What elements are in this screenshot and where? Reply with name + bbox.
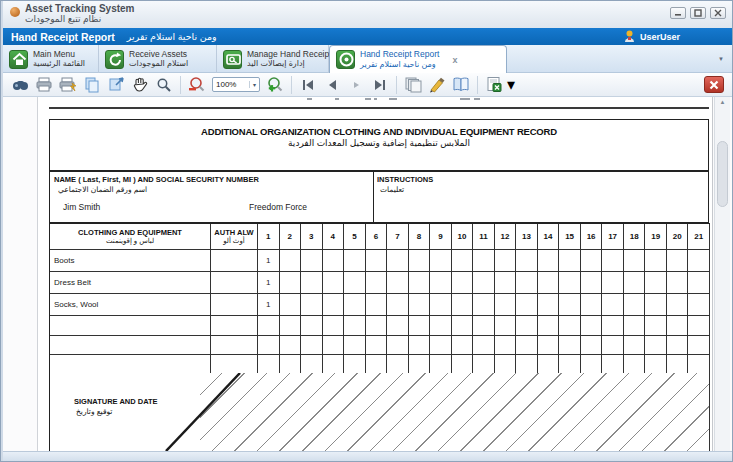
qty-cell: [667, 294, 689, 316]
page-title-arabic: ومن ناحية استلام تقرير: [127, 31, 217, 42]
multiple-pages-button[interactable]: [402, 75, 424, 95]
tab-close-button[interactable]: x: [452, 55, 457, 65]
tab-label-ar: استلام الموجودات: [129, 59, 188, 68]
clipped-text-fragment: [374, 98, 377, 100]
zoom-level-combo[interactable]: 100% ▾: [212, 77, 260, 92]
scrollbar-thumb[interactable]: [717, 141, 728, 207]
title-bar: Asset Tracking System نظام تتبع الموجودا…: [3, 1, 732, 28]
qty-cell: [602, 294, 624, 316]
qty-cell: [602, 316, 624, 336]
auth-cell: [211, 355, 258, 374]
qty-cell: [645, 250, 667, 272]
column-header-14: 14: [538, 224, 560, 250]
zoom-in-button[interactable]: [264, 75, 286, 95]
qty-cell: [688, 272, 710, 294]
qty-cell: [516, 272, 538, 294]
qty-cell: [495, 316, 517, 336]
last-page-button[interactable]: [369, 75, 391, 95]
tab-main-menu[interactable]: Main Menu القائمة الرئيسية: [3, 45, 99, 73]
instructions-label: INSTRUCTIONS: [377, 175, 433, 184]
page-layout-button[interactable]: [450, 75, 472, 95]
first-page-icon: [300, 78, 316, 92]
tab-label-ar: القائمة الرئيسية: [33, 59, 85, 68]
page-setup-button[interactable]: [105, 75, 127, 95]
close-button[interactable]: [710, 7, 726, 19]
window-title: Asset Tracking System: [25, 3, 135, 14]
qty-cell: [624, 250, 646, 272]
hand-tool-button[interactable]: [129, 75, 151, 95]
tab-receive-assets[interactable]: Receive Assets استلام الموجودات: [99, 45, 217, 73]
qty-cell: [688, 294, 710, 316]
qty-cell: [516, 250, 538, 272]
qty-cell: [624, 294, 646, 316]
export-dropdown-caret-icon[interactable]: ▾: [507, 75, 515, 94]
qty-cell: [473, 355, 495, 374]
qty-cell: [559, 336, 581, 355]
window-bottom-frame: [3, 451, 732, 461]
zoom-level-value: 100%: [213, 80, 249, 89]
magnifier-button[interactable]: [153, 75, 175, 95]
qty-cell: [645, 294, 667, 316]
qty-cell: [430, 355, 452, 374]
column-header-18: 18: [624, 224, 646, 250]
tab-hand-receipt-report[interactable]: Hand Receipt Report ومن ناحية استلام تقر…: [329, 45, 507, 73]
prev-page-button[interactable]: [321, 75, 343, 95]
qty-cell: [667, 250, 689, 272]
maximize-button[interactable]: [690, 7, 706, 19]
zoom-out-button[interactable]: [186, 75, 208, 95]
item-cell: Socks, Wool: [50, 294, 211, 316]
qty-cell: [430, 272, 452, 294]
qty-cell: [301, 355, 323, 374]
vertical-scrollbar[interactable]: ▲: [714, 97, 730, 451]
qty-cell: [559, 272, 581, 294]
qty-cell: [667, 355, 689, 374]
clipped-text-fragment: [307, 98, 312, 100]
qty-cell: [280, 250, 302, 272]
minimize-button[interactable]: [670, 7, 686, 19]
qty-cell: [559, 355, 581, 374]
prev-page-icon: [325, 78, 339, 92]
report-viewer: ADDITIONAL ORGANIZATION CLOTHING AND IND…: [3, 97, 732, 451]
column-header-4: 4: [323, 224, 345, 250]
app-icon: [10, 7, 20, 17]
qty-cell: [581, 336, 603, 355]
next-page-icon: [349, 78, 363, 92]
quick-print-icon: [59, 76, 77, 93]
copy-pages-button[interactable]: [81, 75, 103, 95]
chevron-down-icon[interactable]: ▾: [249, 81, 259, 88]
first-page-button[interactable]: [297, 75, 319, 95]
column-header-6: 6: [366, 224, 388, 250]
column-header-auth-alw: AUTH ALWأوث ألو: [211, 224, 258, 250]
export-button[interactable]: [483, 75, 505, 95]
qty-cell: [452, 272, 474, 294]
tab-label-en: Receive Assets: [129, 50, 188, 60]
form-title-arabic: الملابس تنظيمية إضافية وتسجيل المعدات ال…: [50, 138, 708, 148]
tab-overflow-caret-icon[interactable]: ▼: [718, 56, 724, 62]
print-button[interactable]: [33, 75, 55, 95]
quick-print-button[interactable]: [57, 75, 79, 95]
toolbar-separator: [477, 76, 478, 94]
qty-cell: [366, 272, 388, 294]
toolbar-separator: [396, 76, 397, 94]
close-report-button[interactable]: [704, 76, 724, 93]
auth-cell: [211, 272, 258, 294]
qty-cell: [688, 336, 710, 355]
qty-cell: [624, 355, 646, 374]
watermark-button[interactable]: [426, 75, 448, 95]
next-page-button[interactable]: [345, 75, 367, 95]
qty-cell: [301, 316, 323, 336]
find-button[interactable]: [9, 75, 31, 95]
form-title: ADDITIONAL ORGANIZATION CLOTHING AND IND…: [50, 126, 708, 137]
qty-cell: [323, 250, 345, 272]
column-header-19: 19: [645, 224, 667, 250]
qty-cell: [581, 250, 603, 272]
tab-labels: Hand Receipt Report ومن ناحية استلام تقر…: [360, 50, 439, 69]
qty-cell: [344, 336, 366, 355]
form-title-box: ADDITIONAL ORGANIZATION CLOTHING AND IND…: [49, 119, 709, 171]
tab-label-ar: إدارة إيصالات اليد: [247, 59, 336, 68]
clipped-text-fragment: [460, 98, 470, 100]
scroll-up-icon[interactable]: ▲: [715, 99, 730, 105]
user-chip[interactable]: UserUser: [624, 29, 680, 44]
tab-manage-hand-receipts[interactable]: Manage Hand Receipts إدارة إيصالات اليد: [217, 45, 329, 73]
qty-cell: [688, 316, 710, 336]
